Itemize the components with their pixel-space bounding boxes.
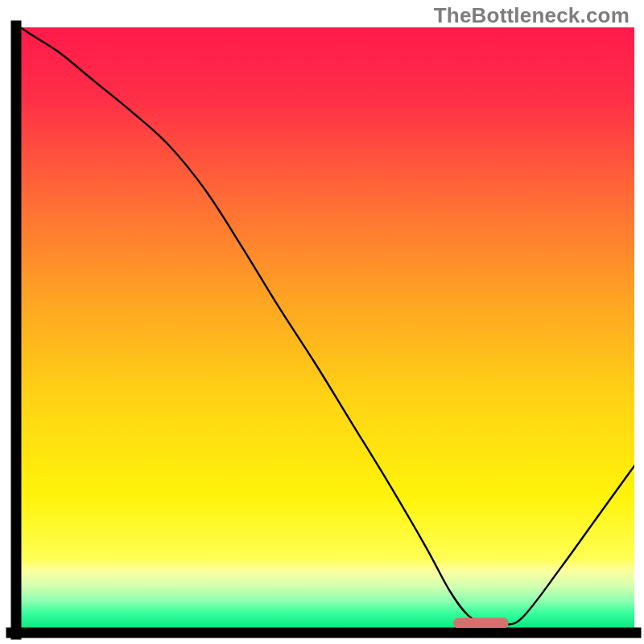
- chart-svg: [0, 0, 644, 644]
- gradient-background: [21, 27, 634, 628]
- chart-stage: TheBottleneck.com: [0, 0, 644, 644]
- green-zone-marker: [453, 618, 509, 629]
